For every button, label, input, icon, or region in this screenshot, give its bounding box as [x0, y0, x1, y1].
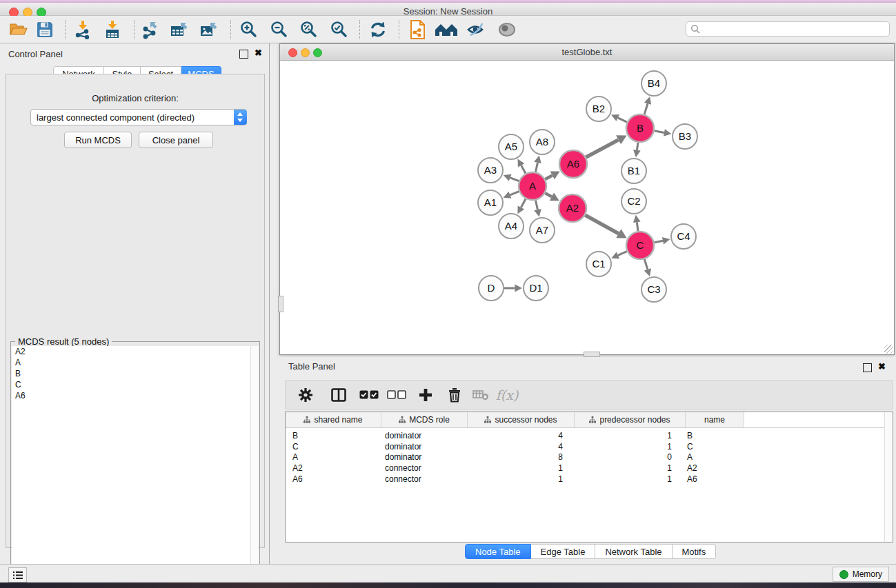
close-panel-icon[interactable]: ✖: [878, 361, 886, 372]
table-scrollbar[interactable]: [884, 412, 893, 542]
table-cell[interactable]: 8: [466, 452, 573, 462]
graph-node-A3[interactable]: A3: [478, 158, 503, 183]
window-edge-grip[interactable]: [278, 296, 283, 312]
graph-node-C4[interactable]: C4: [671, 224, 696, 249]
graph-node-B[interactable]: B: [626, 114, 654, 142]
float-panel-icon[interactable]: [863, 363, 872, 372]
network-graph-canvas[interactable]: B4B2BB3A5A8A6A3B1AA1C2A2A4A7C4CC1C3DD1: [280, 61, 893, 353]
table-cell[interactable]: 1: [466, 474, 573, 484]
table-cell[interactable]: 1: [573, 431, 683, 440]
table-row[interactable]: Bdominator41B: [286, 430, 893, 441]
table-cell[interactable]: 1: [573, 463, 683, 473]
mcds-result-item[interactable]: C: [12, 379, 259, 390]
open-session-icon[interactable]: [7, 19, 30, 41]
search-box[interactable]: [686, 21, 890, 37]
table-cell[interactable]: 4: [466, 431, 573, 440]
table-cell[interactable]: 1: [466, 463, 573, 473]
close-panel-button[interactable]: Close panel: [139, 132, 213, 148]
tab-node-table[interactable]: Node Table: [465, 544, 531, 559]
mcds-list-scrollbar[interactable]: [250, 346, 259, 573]
graph-edge[interactable]: [637, 143, 638, 150]
graph-node-A5[interactable]: A5: [499, 134, 524, 159]
table-column-header[interactable]: MCDS role: [381, 412, 468, 427]
graph-edge[interactable]: [585, 215, 618, 234]
save-session-icon[interactable]: [33, 19, 57, 41]
table-column-header[interactable]: predecessor nodes: [575, 412, 686, 427]
graph-edge[interactable]: [535, 163, 537, 172]
table-cell[interactable]: 0: [573, 452, 683, 462]
import-table-icon[interactable]: [101, 19, 124, 41]
refresh-icon[interactable]: [366, 19, 390, 41]
add-column-icon[interactable]: [415, 385, 436, 405]
graph-node-C[interactable]: C: [626, 232, 654, 259]
graph-edge[interactable]: [655, 131, 664, 133]
graph-edge[interactable]: [545, 193, 551, 196]
hide-graphics-details-icon[interactable]: [464, 19, 488, 41]
table-column-header[interactable]: name: [686, 412, 744, 427]
zoom-in-icon[interactable]: [237, 19, 261, 41]
table-row[interactable]: Adominator80A: [286, 452, 893, 463]
table-row[interactable]: A6connector11A6: [286, 474, 893, 485]
table-cell[interactable]: A2: [286, 463, 381, 473]
graph-node-A8[interactable]: A8: [530, 130, 555, 154]
export-network-icon[interactable]: [139, 19, 162, 41]
tab-edge-table[interactable]: Edge Table: [531, 544, 596, 559]
graph-edge[interactable]: [655, 241, 663, 243]
graph-edge[interactable]: [618, 252, 627, 256]
graph-edge[interactable]: [618, 118, 627, 122]
graph-edge[interactable]: [521, 199, 526, 207]
table-cell[interactable]: B: [286, 431, 381, 440]
window-edge-grip[interactable]: [584, 352, 600, 357]
graph-node-A1[interactable]: A1: [478, 190, 503, 215]
graph-edge[interactable]: [644, 259, 648, 270]
tab-network-table[interactable]: Network Table: [595, 544, 672, 559]
copy-style-icon[interactable]: [406, 19, 429, 41]
graph-node-C3[interactable]: C3: [641, 277, 666, 302]
close-panel-icon[interactable]: ✖: [255, 48, 262, 58]
graph-node-B2[interactable]: B2: [586, 97, 611, 121]
criterion-select[interactable]: largest connected component (directed): [30, 109, 247, 125]
graph-node-A2[interactable]: A2: [559, 194, 586, 222]
table-cell[interactable]: dominator: [381, 442, 466, 452]
table-row[interactable]: A2connector11A2: [286, 463, 893, 474]
graph-node-B3[interactable]: B3: [673, 124, 697, 149]
table-cell[interactable]: connector: [381, 474, 466, 484]
zoom-fit-icon[interactable]: [297, 19, 321, 41]
mcds-result-item[interactable]: A: [12, 357, 259, 368]
graph-edge[interactable]: [545, 175, 552, 179]
table-cell[interactable]: C: [683, 442, 741, 452]
graph-edge[interactable]: [586, 140, 619, 157]
mcds-result-item[interactable]: A6: [12, 390, 259, 401]
table-cell[interactable]: dominator: [381, 431, 466, 440]
table-cell[interactable]: A: [286, 452, 381, 462]
search-input[interactable]: [701, 23, 889, 34]
graph-node-B4[interactable]: B4: [641, 71, 666, 96]
function-builder-icon[interactable]: f(x): [497, 385, 517, 405]
show-graphics-details-icon[interactable]: [495, 19, 519, 41]
run-mcds-button[interactable]: Run MCDS: [64, 132, 132, 148]
graph-edge[interactable]: [535, 201, 537, 210]
graph-node-A4[interactable]: A4: [499, 214, 524, 239]
table-cell[interactable]: 1: [573, 442, 683, 452]
node-table[interactable]: shared nameMCDS rolesuccessor nodesprede…: [285, 412, 893, 543]
graph-node-B1[interactable]: B1: [621, 159, 646, 183]
split-columns-icon[interactable]: [328, 385, 349, 405]
table-cell[interactable]: 4: [466, 442, 573, 452]
table-cell[interactable]: A6: [683, 474, 741, 484]
graph-node-A[interactable]: A: [519, 172, 546, 200]
graph-edge[interactable]: [644, 103, 648, 114]
table-cell[interactable]: 1: [573, 474, 683, 484]
graph-node-D[interactable]: D: [479, 276, 504, 301]
mcds-result-item[interactable]: A2: [12, 346, 259, 357]
table-cell[interactable]: A6: [286, 474, 381, 484]
float-panel-icon[interactable]: [239, 50, 248, 59]
select-all-checkboxes-icon[interactable]: [359, 385, 379, 405]
mcds-result-list[interactable]: A2ABCA6: [12, 346, 259, 573]
tab-motifs[interactable]: Motifs: [673, 544, 717, 559]
zoom-selected-icon[interactable]: [328, 19, 351, 41]
table-cell[interactable]: A2: [683, 463, 741, 473]
graph-node-C2[interactable]: C2: [621, 189, 646, 214]
table-cell[interactable]: dominator: [381, 452, 466, 462]
graph-edge[interactable]: [637, 222, 638, 231]
delete-column-icon[interactable]: [444, 385, 465, 405]
